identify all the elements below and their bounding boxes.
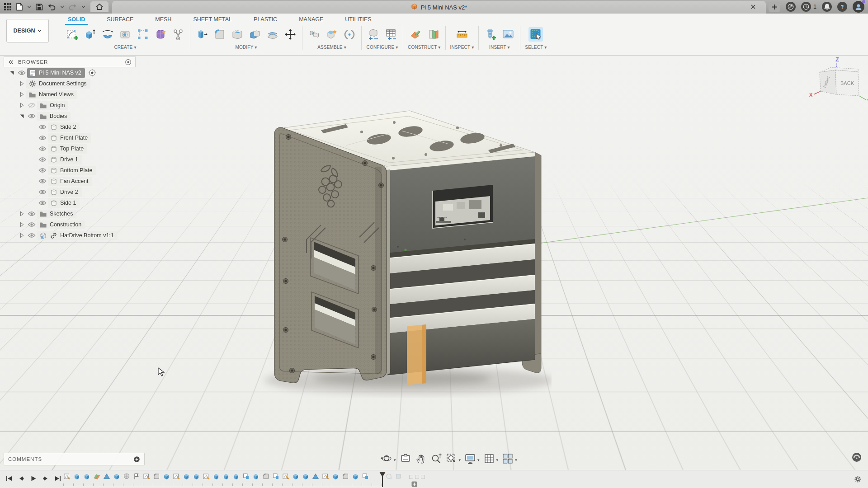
- group-label-inspect[interactable]: INSPECT ▾: [450, 45, 474, 50]
- app-grid-icon[interactable]: [4, 3, 12, 11]
- timeline-feature-form[interactable]: [123, 473, 130, 480]
- browser-item-origin[interactable]: Origin: [4, 100, 136, 111]
- browser-item-construction[interactable]: Construction: [4, 219, 136, 230]
- timeline-feature-loft[interactable]: [312, 473, 319, 480]
- viewports-tool[interactable]: ▾: [501, 452, 518, 465]
- timeline-feature-extrude[interactable]: [222, 473, 230, 480]
- browser-item-fan-accent[interactable]: Fan Accent: [4, 176, 136, 187]
- workspace-selector[interactable]: DESIGN: [6, 19, 49, 42]
- chevron-down-icon[interactable]: ▾: [515, 458, 517, 462]
- item-chip[interactable]: Drive 2: [48, 188, 82, 197]
- expander-icon[interactable]: [17, 91, 26, 98]
- eye-icon[interactable]: [16, 70, 27, 76]
- tab-manage[interactable]: MANAGE: [298, 14, 324, 24]
- home-tab-button[interactable]: [90, 1, 108, 12]
- timeline-feature-extrude[interactable]: [113, 473, 120, 480]
- create-sketch-icon[interactable]: [65, 27, 80, 42]
- chevron-down-icon[interactable]: ▾: [394, 458, 396, 462]
- display-options-icon[interactable]: [125, 59, 132, 66]
- help-button[interactable]: ?: [837, 2, 847, 12]
- timeline-feature-pattern[interactable]: [362, 473, 369, 480]
- expander-icon[interactable]: [17, 102, 26, 108]
- timeline-step-back-button[interactable]: [17, 474, 26, 483]
- bell-button[interactable]: [822, 2, 832, 12]
- jobs-button[interactable]: [801, 2, 811, 12]
- item-chip[interactable]: Bottom Plate: [48, 166, 96, 175]
- browser-item-side-1[interactable]: Side 1: [4, 197, 136, 208]
- generative-icon[interactable]: [171, 27, 185, 42]
- item-chip[interactable]: Side 2: [48, 122, 80, 132]
- browser-item-hatdrive-bottom-v1-1[interactable]: HatDrive Bottom v1:1: [4, 230, 136, 241]
- timeline-ghost-circle[interactable]: [386, 473, 393, 480]
- tab-sheet-metal[interactable]: SHEET METAL: [192, 14, 233, 24]
- eye-icon[interactable]: [26, 221, 37, 228]
- browser-item-bodies[interactable]: Bodies: [4, 111, 136, 122]
- timeline-feature-extrude[interactable]: [252, 473, 259, 480]
- group-label-select[interactable]: SELECT ▾: [525, 45, 547, 50]
- timeline-playhead[interactable]: [379, 472, 386, 487]
- display-tool[interactable]: ▾: [463, 452, 481, 465]
- form-icon[interactable]: [153, 27, 168, 42]
- tab-utilities[interactable]: UTILITIES: [344, 14, 372, 24]
- item-chip[interactable]: Front Plate: [48, 133, 91, 143]
- pattern-icon[interactable]: [136, 27, 150, 42]
- side-panel-left[interactable]: [274, 127, 387, 383]
- split-icon[interactable]: [265, 27, 280, 42]
- group-label-assemble[interactable]: ASSEMBLE ▾: [317, 45, 346, 50]
- chevron-down-icon[interactable]: ▾: [496, 458, 499, 462]
- group-label-configure[interactable]: CONFIGURE ▾: [367, 45, 398, 50]
- timeline-feature-sketch[interactable]: [282, 473, 289, 480]
- chevron-down-icon[interactable]: ▾: [459, 458, 461, 462]
- measure-icon[interactable]: [455, 27, 469, 42]
- timeline-feature-pattern[interactable]: [272, 473, 279, 480]
- item-chip[interactable]: Named Views: [26, 90, 77, 99]
- browser-item-named-views[interactable]: Named Views: [4, 89, 136, 100]
- timeline-feature-fillet[interactable]: [342, 473, 349, 480]
- timeline-feature-extrude[interactable]: [183, 473, 190, 480]
- pan-tool[interactable]: [414, 452, 428, 465]
- timeline-feature-flag[interactable]: [133, 473, 140, 480]
- timeline-feature-extrude[interactable]: [332, 473, 339, 480]
- add-comment-icon[interactable]: [133, 456, 140, 463]
- hole-icon[interactable]: [118, 27, 132, 42]
- browser-item-drive-2[interactable]: Drive 2: [4, 187, 136, 197]
- timeline-feature-extrude[interactable]: [212, 473, 220, 480]
- item-chip[interactable]: Construction: [37, 221, 85, 229]
- select-icon[interactable]: [528, 27, 543, 42]
- eye-icon[interactable]: [37, 200, 48, 206]
- timeline-to-start-button[interactable]: [5, 474, 14, 483]
- file-icon[interactable]: [16, 3, 23, 11]
- plane-offset-icon[interactable]: [408, 27, 423, 42]
- item-chip[interactable]: Origin: [37, 101, 68, 110]
- group-label-insert[interactable]: INSERT ▾: [489, 45, 510, 50]
- item-chip[interactable]: Fan Accent: [48, 177, 92, 186]
- new-component-icon[interactable]: [325, 27, 339, 42]
- group-label-create[interactable]: CREATE ▾: [114, 45, 136, 50]
- timeline-add-icon[interactable]: [411, 481, 417, 487]
- item-chip[interactable]: Sketches: [37, 210, 76, 218]
- timeline-feature-sketch[interactable]: [143, 473, 150, 480]
- group-label-construct[interactable]: CONSTRUCT ▾: [408, 45, 441, 50]
- eye-icon[interactable]: [26, 232, 37, 239]
- plane-fan-icon[interactable]: [426, 27, 440, 42]
- expander-icon[interactable]: [7, 70, 16, 76]
- browser-header[interactable]: BROWSER: [4, 56, 136, 67]
- document-tab[interactable]: Pi 5 Mini NAS v2*: [112, 1, 766, 14]
- timeline-feature-sketch[interactable]: [63, 473, 71, 480]
- eye-icon[interactable]: [37, 189, 48, 195]
- tab-surface[interactable]: SURFACE: [106, 14, 134, 24]
- insert-fastener-icon[interactable]: [483, 27, 498, 42]
- front-plate-dark-panel[interactable]: [387, 157, 535, 253]
- eye-icon[interactable]: [37, 124, 48, 130]
- extrude-icon[interactable]: [83, 27, 97, 42]
- timeline-ghost-box[interactable]: [395, 473, 402, 480]
- root-component-chip[interactable]: Pi 5 Mini NAS v2: [27, 68, 85, 78]
- look-at-tool[interactable]: [399, 452, 412, 465]
- expander-icon[interactable]: [17, 113, 26, 119]
- comments-bar[interactable]: COMMENTS: [4, 453, 145, 465]
- config-table-icon[interactable]: [384, 27, 398, 42]
- performance-badge[interactable]: [852, 452, 862, 462]
- timeline-to-end-button[interactable]: [53, 474, 62, 483]
- combine-icon[interactable]: [248, 27, 262, 42]
- timeline-feature-extrude[interactable]: [292, 473, 299, 480]
